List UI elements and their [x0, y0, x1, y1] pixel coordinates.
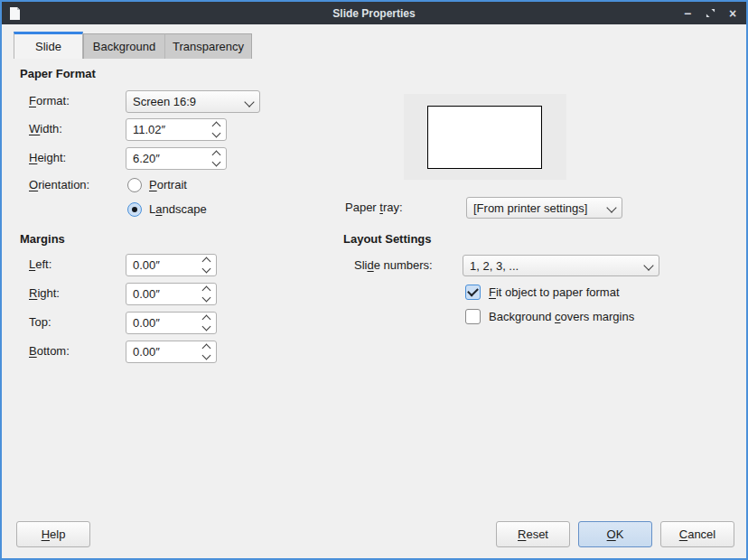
margin-right-spin-down-button[interactable] [203, 294, 210, 302]
slide-numbers-select-value: 1, 2, 3, ... [470, 259, 640, 273]
margin-top-label: Top: [29, 315, 51, 330]
help-button[interactable]: Help [16, 521, 90, 547]
width-spinner [126, 118, 227, 141]
maximize-button[interactable] [704, 7, 716, 20]
width-spin-down-button[interactable] [213, 130, 220, 137]
chevron-down-icon [202, 265, 211, 274]
tab-slide-label: Slide [35, 40, 61, 53]
margin-left-spin-down-button[interactable] [203, 266, 210, 273]
margin-bottom-spinner [126, 341, 217, 363]
margin-bottom-spin-down-button[interactable] [203, 352, 210, 359]
format-select[interactable]: Screen 16:9 [126, 90, 260, 113]
cancel-button[interactable]: Cancel [660, 521, 734, 547]
slide-properties-dialog: Slide Properties − × Slide Background Tr… [0, 0, 748, 560]
orientation-label: Orientation: [29, 178, 89, 192]
margin-top-input[interactable] [133, 316, 199, 330]
tab-transparency[interactable]: Transparency [165, 33, 252, 59]
height-input[interactable] [133, 152, 209, 165]
portrait-radio-label[interactable]: Portrait [149, 178, 187, 192]
chevron-down-icon [606, 202, 616, 212]
chevron-down-icon [212, 158, 221, 167]
layout-settings-section-title: Layout Settings [343, 232, 432, 247]
chevron-down-icon [202, 322, 211, 331]
minimize-button[interactable]: − [681, 7, 694, 20]
fit-object-checkbox[interactable] [465, 285, 481, 300]
tab-background[interactable]: Background [83, 33, 165, 59]
background-covers-checkbox-label[interactable]: Background covers margins [489, 310, 634, 324]
margin-left-label: Left: [29, 257, 51, 272]
landscape-radio-label[interactable]: Landscape [149, 202, 207, 217]
titlebar[interactable]: Slide Properties − × [2, 2, 746, 24]
margin-right-spinner [126, 283, 217, 305]
close-button[interactable]: × [726, 7, 739, 20]
margin-left-spinner [126, 254, 217, 276]
tab-background-label: Background [93, 40, 155, 53]
width-input[interactable] [133, 123, 209, 136]
paper-preview-panel [404, 94, 566, 180]
radio-dot-icon [132, 207, 137, 212]
fit-object-checkbox-label[interactable]: Fit object to paper format [489, 285, 620, 300]
margin-bottom-label: Bottom: [29, 344, 70, 359]
cancel-button-label: Cancel [679, 527, 715, 541]
margin-left-input[interactable] [133, 258, 199, 272]
chevron-down-icon [643, 260, 653, 270]
format-label: Format: [29, 94, 70, 108]
window-controls: − × [681, 7, 739, 20]
background-covers-checkbox[interactable] [465, 309, 481, 324]
paper-format-section-title: Paper Format [20, 67, 96, 81]
margin-right-label: Right: [29, 286, 60, 301]
window-title: Slide Properties [2, 7, 746, 20]
portrait-radio[interactable] [127, 178, 142, 192]
slide-numbers-select[interactable]: 1, 2, 3, ... [463, 255, 659, 276]
paper-tray-select[interactable]: [From printer settings] [466, 197, 622, 219]
chevron-down-icon [202, 351, 211, 360]
ok-button[interactable]: OK [578, 521, 652, 547]
height-spinner [126, 147, 227, 170]
reset-button[interactable]: Reset [496, 521, 570, 547]
tab-transparency-label: Transparency [173, 40, 244, 53]
format-select-value: Screen 16:9 [133, 95, 241, 108]
height-spin-down-button[interactable] [213, 159, 220, 166]
margin-top-spin-down-button[interactable] [203, 323, 210, 331]
ok-button-label: OK [607, 527, 624, 541]
document-icon [9, 7, 20, 20]
margin-top-spinner [126, 312, 217, 334]
slide-numbers-label: Slide numbers: [354, 258, 433, 273]
paper-preview [427, 106, 542, 169]
reset-button-label: Reset [518, 527, 548, 541]
paper-tray-label: Paper tray: [345, 201, 403, 215]
margin-right-input[interactable] [133, 287, 199, 301]
tab-slide[interactable]: Slide [14, 32, 83, 59]
chevron-down-icon [202, 294, 211, 303]
width-label: Width: [29, 122, 62, 136]
chevron-down-icon [244, 97, 254, 107]
paper-tray-select-value: [From printer settings] [473, 201, 603, 215]
margins-section-title: Margins [20, 232, 65, 247]
chevron-down-icon [212, 129, 221, 138]
help-button-label: Help [42, 527, 66, 541]
height-label: Height: [29, 151, 66, 165]
landscape-radio[interactable] [127, 202, 142, 217]
margin-bottom-input[interactable] [133, 345, 199, 359]
checkmark-icon [467, 285, 479, 297]
